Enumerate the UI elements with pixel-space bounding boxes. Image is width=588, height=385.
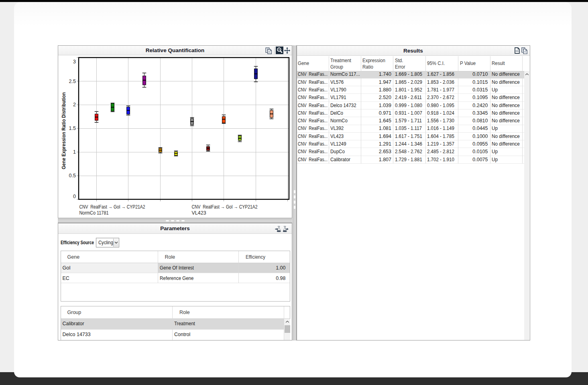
svg-text:VL423: VL423 <box>192 210 206 216</box>
svg-text:2: 2 <box>73 102 76 107</box>
svg-text:NormCo 11781: NormCo 11781 <box>79 210 109 216</box>
svg-text:0: 0 <box>73 194 76 199</box>
svg-text:CNV RealFast → GoI → CYP21A2: CNV RealFast → GoI → CYP21A2 <box>79 204 145 210</box>
svg-text:1.5: 1.5 <box>69 126 76 131</box>
svg-text:CNV RealFast → GoI → CYP21A2: CNV RealFast → GoI → CYP21A2 <box>192 204 258 210</box>
svg-text:0.5: 0.5 <box>69 173 76 178</box>
svg-text:Gene Expression Ratio Distribu: Gene Expression Ratio Distribution <box>61 92 67 169</box>
svg-text:2.5: 2.5 <box>69 79 76 84</box>
svg-text:1: 1 <box>73 149 76 155</box>
svg-text:3: 3 <box>73 59 76 65</box>
